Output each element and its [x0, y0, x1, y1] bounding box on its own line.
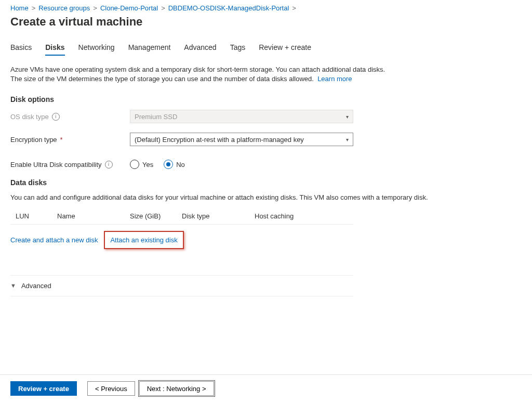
tab-networking[interactable]: Networking: [78, 43, 115, 56]
disk-options-heading: Disk options: [10, 95, 522, 103]
data-disks-table: LUN Name Size (GiB) Disk type Host cachi…: [10, 209, 353, 254]
review-create-button[interactable]: Review + create: [10, 381, 77, 396]
ultra-disk-yes-radio[interactable]: Yes: [130, 160, 153, 169]
breadcrumb: Home > Resource groups > Clone-Demo-Port…: [10, 4, 522, 12]
chevron-right-icon: >: [93, 4, 97, 12]
previous-button[interactable]: < Previous: [87, 381, 135, 396]
breadcrumb-clone-demo-portal[interactable]: Clone-Demo-Portal: [100, 4, 158, 12]
chevron-right-icon: >: [32, 4, 36, 12]
tab-review-create[interactable]: Review + create: [259, 43, 311, 56]
chevron-down-icon: ▼: [10, 282, 16, 289]
encryption-type-label: Encryption type *: [10, 136, 130, 144]
tab-tags[interactable]: Tags: [230, 43, 246, 56]
data-disks-heading: Data disks: [10, 178, 522, 187]
tab-advanced[interactable]: Advanced: [184, 43, 216, 56]
advanced-section-toggle[interactable]: ▼ Advanced: [10, 275, 353, 296]
tab-management[interactable]: Management: [128, 43, 171, 56]
wizard-footer: Review + create < Previous Next : Networ…: [0, 374, 532, 402]
page-title: Create a virtual machine: [10, 15, 522, 29]
tab-basics[interactable]: Basics: [10, 43, 32, 56]
chevron-down-icon: ▾: [346, 137, 349, 142]
col-cache: Host caching: [255, 212, 327, 220]
intro-text: Azure VMs have one operating system disk…: [10, 65, 436, 84]
chevron-down-icon: ▾: [346, 114, 349, 120]
tab-bar: Basics Disks Networking Management Advan…: [10, 43, 522, 56]
breadcrumb-resource-groups[interactable]: Resource groups: [38, 4, 90, 12]
col-type: Disk type: [182, 212, 255, 220]
create-attach-disk-link[interactable]: Create and attach a new disk: [10, 236, 98, 244]
info-icon[interactable]: i: [105, 161, 113, 168]
advanced-label: Advanced: [21, 282, 51, 290]
learn-more-link[interactable]: Learn more: [317, 75, 352, 83]
col-name: Name: [57, 212, 130, 220]
ultra-disk-radio-group: Yes No: [130, 160, 185, 169]
breadcrumb-home[interactable]: Home: [10, 4, 29, 12]
table-header-row: LUN Name Size (GiB) Disk type Host cachi…: [10, 209, 353, 225]
chevron-right-icon: >: [292, 4, 296, 12]
os-disk-type-label: OS disk type i: [10, 113, 130, 121]
breadcrumb-dbdemo-osdisk[interactable]: DBDEMO-OSDISK-ManagedDisk-Portal: [168, 4, 289, 12]
encryption-type-select[interactable]: (Default) Encryption at-rest with a plat…: [130, 133, 353, 146]
ultra-disk-no-radio[interactable]: No: [164, 160, 185, 169]
info-icon[interactable]: i: [52, 113, 60, 121]
intro-line1: Azure VMs have one operating system disk…: [10, 66, 385, 73]
tab-disks[interactable]: Disks: [45, 43, 64, 56]
col-lun: LUN: [16, 212, 57, 220]
next-button[interactable]: Next : Networking >: [139, 381, 214, 396]
attach-existing-disk-link[interactable]: Attach an existing disk: [104, 231, 183, 249]
col-size: Size (GiB): [130, 212, 182, 220]
intro-line2: The size of the VM determines the type o…: [10, 75, 314, 83]
ultra-disk-label: Enable Ultra Disk compatibility i: [10, 161, 130, 168]
chevron-right-icon: >: [161, 4, 165, 12]
os-disk-type-select: Premium SSD ▾: [130, 110, 353, 123]
data-disks-subtext: You can add and configure additional dat…: [10, 193, 457, 202]
